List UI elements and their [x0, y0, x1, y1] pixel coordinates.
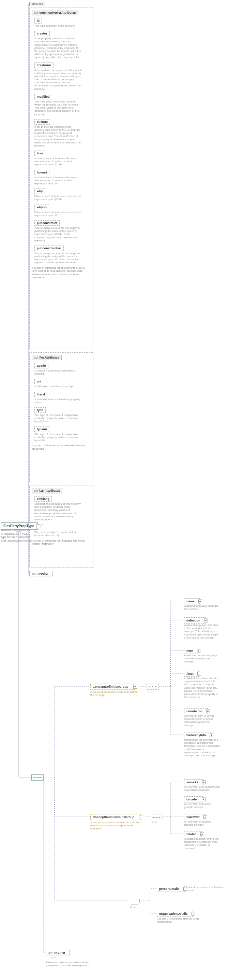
- child-note-desc: Additional natural language information …: [184, 654, 220, 663]
- child-broader: broader+: [184, 796, 203, 802]
- expand-icon[interactable]: −: [133, 685, 137, 689]
- attr-pubconstraint: pubconstraint: [35, 220, 60, 226]
- sequence-icon: [147, 684, 159, 690]
- child-note: note+: [184, 648, 198, 654]
- expand-icon[interactable]: +: [202, 781, 206, 784]
- attr-uri: uri: [35, 379, 43, 384]
- attr-pubconstrainturi: pubconstrainturi: [35, 245, 64, 251]
- attr-xml-lang-desc: Specifies the language of this property …: [35, 502, 82, 521]
- attr-howuri: howuri: [35, 170, 49, 175]
- child-persondetails: personDetails+: [157, 886, 185, 892]
- attr-xml-lang: xml:lang: [35, 496, 52, 502]
- attr-how: how: [35, 151, 45, 156]
- cardinality: 0..∞: [130, 905, 135, 908]
- child-narrower-desc: An identifier of a more specific concept…: [184, 820, 220, 826]
- sequence-icon: [32, 775, 44, 781]
- attr-id-desc: The local identifier of the property.: [35, 24, 82, 27]
- expand-icon[interactable]: +: [210, 733, 213, 737]
- attr-howuri-desc: Indicates by which means the value was e…: [35, 176, 82, 185]
- child-related: related+: [184, 831, 202, 837]
- expand-icon[interactable]: +: [197, 672, 201, 676]
- expand-icon[interactable]: +: [203, 815, 207, 819]
- attr-typeuri: typeuri: [35, 426, 49, 432]
- concept-definition-group: ConceptDefinitionGroup −: [90, 684, 135, 690]
- cardinality: 0..∞: [152, 821, 157, 824]
- attr-whyuri-desc: Why the metadata has been included - exp…: [35, 211, 82, 217]
- cardinality: 0..∞: [51, 956, 56, 959]
- child-broader-desc: An identifier of a more generic concept.: [184, 802, 220, 808]
- attr-custom: custom: [35, 119, 50, 125]
- cardinality: 0..∞: [148, 690, 153, 693]
- attr-modified-desc: The date (and, optionally, the time) whe…: [35, 100, 82, 116]
- attr-type: type: [35, 407, 46, 413]
- collapse-icon[interactable]: −: [36, 524, 40, 528]
- any-other-element: any##other: [46, 950, 70, 955]
- attr-creator-desc: If the property value is not defined, sp…: [35, 37, 82, 59]
- child-narrower: narrower+: [184, 814, 205, 820]
- attr-dir-desc: The directionality of textual content (e…: [35, 531, 82, 537]
- flex-attributes-group: grpflexAttributes qcodeA qualified code …: [29, 352, 93, 482]
- attr-modified: modified: [35, 94, 52, 99]
- group-header-i18n: grpi18nAttributes: [32, 488, 62, 493]
- attr-id: id: [35, 18, 42, 24]
- expand-icon[interactable]: +: [202, 798, 206, 802]
- attr-pubconstrainturi-desc: One or many constraints that apply to pu…: [35, 252, 82, 264]
- expand-icon[interactable]: +: [198, 600, 202, 603]
- expand-icon[interactable]: +: [206, 710, 210, 713]
- child-sameas-desc: An identifier of a concept with equivale…: [184, 785, 220, 792]
- attr-uri-desc: A URI which identifies a concept.: [35, 385, 82, 388]
- child-hierarchyinfo-desc: Represents the position of a concept in …: [184, 738, 220, 757]
- attr-qcode: qcode: [35, 363, 48, 368]
- expand-icon[interactable]: −: [139, 815, 143, 819]
- child-hierarchyinfo: hierarchyInfo+: [184, 732, 211, 738]
- expand-icon[interactable]: +: [196, 649, 200, 653]
- attr-type-desc: The type of the concept assigned as cont…: [35, 414, 82, 423]
- concept-relationships-group-desc: A group of properites required to indica…: [90, 821, 141, 830]
- child-definition-desc: A natural language definition of the sem…: [184, 624, 220, 639]
- attr-custom-desc: If set to true the corresponding propert…: [35, 125, 82, 147]
- common-attributes-group: grpcommonPowerAttributes idThe local ide…: [29, 8, 93, 349]
- any-other-element-desc: Extension point for provider-defined pro…: [46, 961, 90, 967]
- attr-creator: creator: [35, 31, 50, 36]
- child-remoteinfo-desc: A link to an item or a web resource whic…: [184, 714, 220, 727]
- sequence-icon: [150, 814, 163, 820]
- attr-creatoruri-desc: If the attribute is empty, specifies whi…: [35, 68, 82, 91]
- attr-creatoruri: creatoruri: [35, 62, 54, 68]
- expand-icon[interactable]: +: [192, 912, 195, 916]
- root-desc: Flexible party (person or organisation) …: [1, 528, 32, 542]
- attributes-tab: attributes: [29, 2, 45, 6]
- attr-whyuri: whyuri: [35, 205, 49, 210]
- flex-caption: A group of attributes associated with fl…: [32, 444, 86, 450]
- child-orgdetails: organisationDetails+: [157, 911, 193, 917]
- concept-definition-group-desc: A group of properites required to define…: [90, 690, 141, 697]
- attr-literal: literal: [35, 392, 48, 397]
- i18n-caption: A group of attributes for language and s…: [32, 539, 86, 546]
- attr-how-desc: Indicates by which means the value was e…: [35, 157, 82, 166]
- attr-pubconstraint-desc: One or many constraints that apply to pu…: [35, 226, 82, 242]
- concept-relationships-group: ConceptRelationshipsGroup −: [90, 814, 141, 820]
- child-name: name+: [184, 598, 200, 605]
- child-sameas: sameAs+: [184, 779, 203, 785]
- attr-why: why: [35, 188, 45, 194]
- choice-icon: [129, 897, 140, 905]
- child-orgdetails-desc: A group of properties specific to an org…: [157, 917, 204, 923]
- child-name-desc: A natural language name for the concept.: [184, 605, 220, 611]
- attr-why-desc: Why the metadata has been included - exp…: [35, 195, 82, 201]
- child-persondetails-desc: A set of properties specific to a person: [186, 886, 223, 892]
- child-facet-desc: In NAR 1.8 and later, facet is deprecate…: [184, 677, 220, 698]
- child-definition: definition+: [184, 617, 206, 624]
- attr-literal-desc: A free-text value assigned as property v…: [35, 398, 82, 404]
- any-other-attribute: any##other: [29, 571, 53, 576]
- attr-typeuri-desc: The type of the concept assigned as cont…: [35, 433, 82, 442]
- group-header-flex: grpflexAttributes: [32, 355, 62, 360]
- child-remoteinfo: remoteInfo+: [184, 708, 207, 714]
- group-header-common: grpcommonPowerAttributes: [32, 10, 78, 15]
- common-caption: A group of attributes for all elements o…: [32, 266, 86, 279]
- expand-icon[interactable]: +: [200, 832, 204, 836]
- child-facet: facet+: [184, 671, 199, 677]
- attr-qcode-desc: A qualified code which identifies a conc…: [35, 369, 82, 375]
- expand-icon[interactable]: +: [204, 619, 208, 622]
- child-related-desc: A related concept, where the relationshi…: [184, 837, 220, 850]
